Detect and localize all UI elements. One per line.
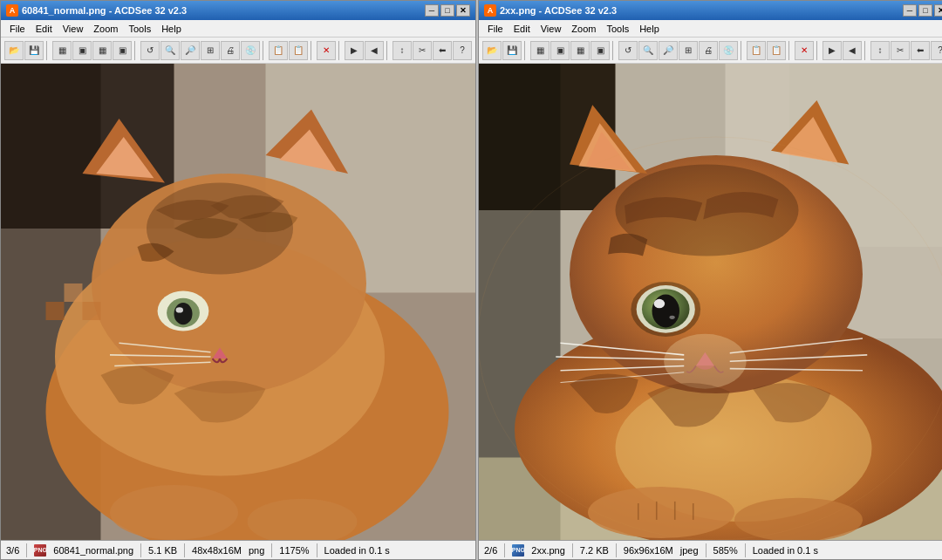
tb-back-1[interactable]: ⬅	[433, 41, 452, 60]
status-loadtime-2: Loaded in 0.1 s	[753, 545, 818, 556]
tb-zoomin-1[interactable]: 🔍	[160, 41, 180, 60]
tb-prev-1[interactable]: ◀	[365, 41, 384, 60]
tb-b3-2[interactable]: ▦	[570, 41, 590, 60]
menu-edit-1[interactable]: Edit	[31, 22, 58, 36]
tb-flip-2[interactable]: ↕	[870, 41, 890, 60]
title-controls-1: ─ □ ✕	[425, 4, 470, 17]
tb-prev-2[interactable]: ◀	[843, 41, 862, 60]
tb-b4-2[interactable]: ▣	[590, 41, 610, 60]
status-loadtime-1: Loaded in 0.1 s	[324, 545, 390, 556]
menu-edit-2[interactable]: Edit	[509, 22, 536, 36]
maximize-btn-1[interactable]: □	[440, 4, 454, 17]
toolbar-2: 📂 💾 ▦ ▣ ▦ ▣ ↺ 🔍 🔎 ⊞ 🖨 💿 📋 📋 ✕ ▶ ◀ ↕ ✂ ⬅ …	[479, 38, 942, 64]
tb-b1-2[interactable]: ▦	[530, 41, 550, 60]
status-filesize-1: 5.1 KB	[148, 545, 177, 556]
tb-back-2[interactable]: ⬅	[911, 41, 930, 60]
tb-zoomout-1[interactable]: 🔎	[181, 41, 200, 60]
tb-save-1[interactable]: 💾	[24, 41, 44, 60]
tb-zoomout-2[interactable]: 🔎	[659, 41, 678, 60]
status-zoom-1: 1175%	[279, 545, 309, 556]
tb-b4[interactable]: ▣	[113, 41, 132, 60]
menu-zoom-2[interactable]: Zoom	[566, 22, 601, 36]
status-sep-2b	[572, 543, 573, 557]
svg-point-21	[110, 485, 238, 540]
title-bar-text-1: A 60841_normal.png - ACDSee 32 v2.3	[6, 4, 187, 17]
tb-print-2[interactable]: 🖨	[699, 41, 718, 60]
menu-help-2[interactable]: Help	[634, 22, 665, 36]
status-sep-2c	[616, 543, 617, 557]
tb-b3[interactable]: ▦	[92, 41, 112, 60]
status-dimensions-1: 48x48x16M	[192, 545, 242, 556]
app-icon-2: A	[484, 4, 496, 17]
tb-open-1[interactable]: 📂	[4, 41, 24, 60]
tb-b1[interactable]: ▦	[52, 41, 72, 60]
toolbar-1: 📂 💾 ▦ ▣ ▦ ▣ ↺ 🔍 🔎 ⊞ 🖨 💿 📋 📋 ✕ ▶ ◀ ↕ ✂ ⬅ …	[1, 38, 475, 64]
svg-rect-24	[83, 302, 101, 320]
tb-sep-1c	[263, 41, 266, 60]
menu-tools-2[interactable]: Tools	[601, 22, 634, 36]
tb-delete-1[interactable]: ✕	[317, 41, 336, 60]
status-zoom-2: 585%	[713, 545, 738, 556]
minimize-btn-1[interactable]: ─	[425, 4, 439, 17]
tb-zoomfit-2[interactable]: ⊞	[679, 41, 698, 60]
tb-zoomfit-1[interactable]: ⊞	[201, 41, 220, 60]
svg-point-46	[669, 316, 674, 319]
menu-help-1[interactable]: Help	[156, 22, 187, 36]
tb-copy-2[interactable]: 💿	[719, 41, 738, 60]
tb-help-2[interactable]: ?	[931, 41, 942, 60]
tb-sep-2b	[612, 41, 616, 60]
svg-rect-23	[65, 283, 83, 302]
tb-refresh-2[interactable]: ↺	[618, 41, 638, 60]
tb-edit-2[interactable]: ✂	[891, 41, 910, 60]
tb-b2-2[interactable]: ▣	[550, 41, 570, 60]
tb-flip-1[interactable]: ↕	[392, 41, 412, 60]
minimize-btn-2[interactable]: ─	[903, 4, 917, 17]
close-btn-2[interactable]: ✕	[934, 4, 942, 17]
tb-clipb2-2[interactable]: 📋	[767, 41, 786, 60]
tb-zoomin-2[interactable]: 🔍	[638, 41, 658, 60]
tb-sep-2e	[816, 41, 820, 60]
svg-point-56	[588, 487, 734, 538]
tb-sep-1e	[338, 41, 342, 60]
svg-rect-25	[46, 302, 65, 320]
menu-file-1[interactable]: File	[4, 22, 31, 36]
status-format-1: png	[249, 545, 264, 556]
tb-sep-2f	[864, 41, 868, 60]
cat-image-right	[479, 64, 942, 540]
status-format-icon-2: PNG	[512, 544, 524, 557]
tb-open-2[interactable]: 📂	[482, 41, 502, 60]
close-btn-1[interactable]: ✕	[456, 4, 470, 17]
tb-sep-1d	[311, 41, 314, 60]
window-title-2: 2xx.png - ACDSee 32 v2.3	[500, 5, 617, 16]
menu-bar-1: File Edit View Zoom Tools Help	[1, 20, 475, 38]
tb-b2[interactable]: ▣	[72, 41, 92, 60]
tb-print-1[interactable]: 🖨	[221, 41, 240, 60]
menu-zoom-1[interactable]: Zoom	[88, 22, 123, 36]
status-page-1: 3/6	[6, 545, 19, 556]
tb-edit-1[interactable]: ✂	[413, 41, 432, 60]
tb-delete-2[interactable]: ✕	[795, 41, 814, 60]
tb-copy-1[interactable]: 💿	[241, 41, 260, 60]
maximize-btn-2[interactable]: □	[918, 4, 932, 17]
tb-sep-2d	[788, 41, 792, 60]
tb-help-1[interactable]: ?	[453, 41, 472, 60]
tb-save-2[interactable]: 💾	[502, 41, 522, 60]
status-sep-1d	[271, 543, 272, 557]
tb-clipb-2[interactable]: 📋	[747, 41, 766, 60]
tb-clipb2-1[interactable]: 📋	[289, 41, 308, 60]
tb-clipb-1[interactable]: 📋	[269, 41, 288, 60]
status-filename-1: 60841_normal.png	[53, 545, 133, 556]
menu-view-1[interactable]: View	[58, 22, 89, 36]
status-bar-1: 3/6 PNG 60841_normal.png 5.1 KB 48x48x16…	[1, 540, 475, 559]
menu-file-2[interactable]: File	[482, 22, 509, 36]
menu-tools-1[interactable]: Tools	[123, 22, 156, 36]
status-page-2: 2/6	[484, 545, 497, 556]
tb-next-2[interactable]: ▶	[823, 41, 842, 60]
window-2: A 2xx.png - ACDSee 32 v2.3 ─ □ ✕ File Ed…	[478, 0, 942, 560]
menu-view-2[interactable]: View	[536, 22, 567, 36]
status-sep-2d	[706, 543, 706, 557]
tb-refresh-1[interactable]: ↺	[140, 41, 160, 60]
app-icon-1: A	[6, 4, 18, 17]
title-bar-1: A 60841_normal.png - ACDSee 32 v2.3 ─ □ …	[1, 1, 475, 20]
tb-next-1[interactable]: ▶	[345, 41, 364, 60]
